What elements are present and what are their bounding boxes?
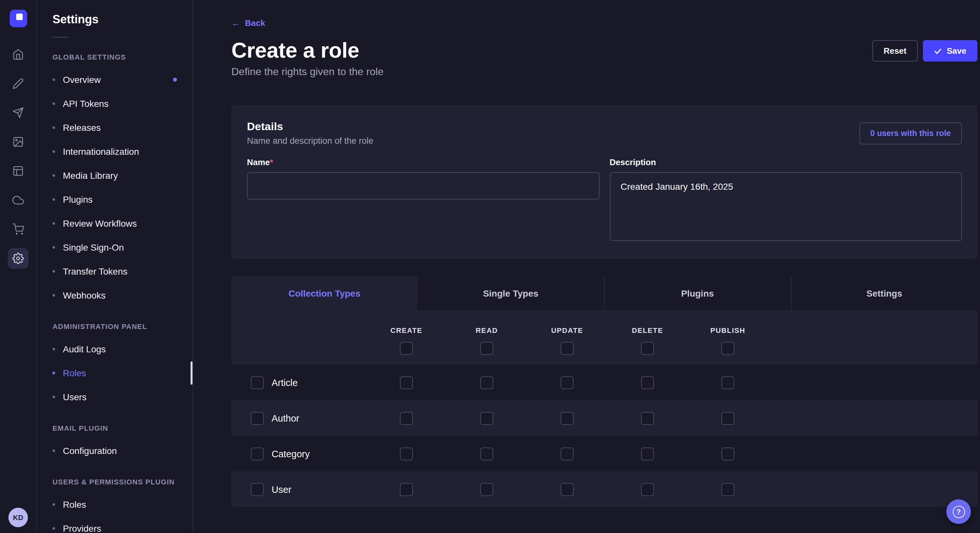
- checkbox-article-read[interactable]: [480, 376, 493, 389]
- sidebar-item-label: Webhooks: [63, 290, 106, 300]
- checkbox-row-article[interactable]: [251, 376, 264, 389]
- checkbox-select-all-publish[interactable]: [721, 342, 734, 355]
- settings-gear-icon: [12, 252, 24, 264]
- checkbox-row-user[interactable]: [251, 483, 264, 496]
- bullet-icon: [52, 347, 55, 350]
- sidebar-item-releases[interactable]: Releases: [37, 115, 192, 139]
- rail-item-settings[interactable]: [8, 248, 29, 269]
- rail-item-marketplace[interactable]: [8, 219, 29, 240]
- tab-collection-types[interactable]: Collection Types: [231, 276, 418, 310]
- sidebar-item-providers[interactable]: Providers: [37, 516, 192, 533]
- checkbox-user-publish[interactable]: [721, 483, 734, 496]
- tab-plugins[interactable]: Plugins: [604, 276, 791, 310]
- sidebar-item-api-tokens[interactable]: API Tokens: [37, 91, 192, 115]
- save-label: Save: [947, 46, 966, 56]
- checkbox-category-delete[interactable]: [641, 447, 654, 460]
- sidebar-item-label: Media Library: [63, 170, 118, 180]
- save-button[interactable]: Save: [923, 40, 977, 62]
- checkbox-author-delete[interactable]: [641, 412, 654, 425]
- rail-item-content-manager[interactable]: [8, 160, 29, 181]
- sidebar-section-email-plugin: EMAIL PLUGIN Configuration: [37, 424, 192, 462]
- column-publish: PUBLISH: [688, 327, 768, 355]
- settings-sidebar: Settings GLOBAL SETTINGS Overview API To…: [37, 0, 193, 533]
- checkbox-row-author[interactable]: [251, 412, 264, 425]
- sidebar-item-transfer-tokens[interactable]: Transfer Tokens: [37, 259, 192, 283]
- content-manager-icon: [12, 165, 24, 177]
- checkbox-select-all-update[interactable]: [561, 342, 574, 355]
- sidebar-item-label: API Tokens: [63, 98, 108, 108]
- section-label: USERS & PERMISSIONS PLUGIN: [52, 478, 177, 486]
- checkbox-article-publish[interactable]: [721, 376, 734, 389]
- checkbox-row-category[interactable]: [251, 447, 264, 460]
- sidebar-item-configuration[interactable]: Configuration: [37, 438, 192, 462]
- checkbox-select-all-create[interactable]: [400, 342, 413, 355]
- sidebar-item-audit-logs[interactable]: Audit Logs: [37, 337, 192, 361]
- bullet-icon: [52, 174, 55, 176]
- checkbox-user-read[interactable]: [480, 483, 493, 496]
- rail-item-media-library[interactable]: [8, 132, 29, 152]
- bullet-icon: [52, 150, 55, 152]
- checkbox-user-delete[interactable]: [641, 483, 654, 496]
- checkbox-select-all-delete[interactable]: [641, 342, 654, 355]
- header-spacer: [231, 327, 366, 355]
- sidebar-item-label: Releases: [63, 122, 101, 132]
- checkbox-category-update[interactable]: [561, 447, 574, 460]
- permission-row-category: Category: [231, 436, 977, 471]
- sidebar-title: Settings: [37, 13, 192, 27]
- users-with-role-button[interactable]: 0 users with this role: [859, 122, 962, 144]
- reset-button[interactable]: Reset: [872, 40, 918, 62]
- bullet-icon: [52, 126, 55, 128]
- sidebar-item-internationalization[interactable]: Internationalization: [37, 139, 192, 163]
- bullet-icon: [52, 371, 55, 374]
- sidebar-item-roles-admin[interactable]: Roles: [37, 361, 192, 385]
- strapi-admin-app: KD Settings GLOBAL SETTINGS Overview API…: [0, 0, 980, 533]
- required-asterisk: *: [270, 157, 273, 167]
- description-label: Description: [609, 157, 962, 167]
- tab-single-types[interactable]: Single Types: [418, 276, 604, 310]
- checkbox-category-create[interactable]: [400, 447, 413, 460]
- paper-plane-icon: [12, 107, 24, 119]
- tab-settings[interactable]: Settings: [791, 276, 978, 310]
- sidebar-item-single-sign-on[interactable]: Single Sign-On: [37, 235, 192, 259]
- details-subtitle: Name and description of the role: [247, 136, 373, 146]
- sidebar-item-webhooks[interactable]: Webhooks: [37, 283, 192, 307]
- checkbox-article-create[interactable]: [400, 376, 413, 389]
- rail-item-content-builder[interactable]: [8, 73, 29, 94]
- checkbox-article-delete[interactable]: [641, 376, 654, 389]
- sidebar-item-users[interactable]: Users: [37, 385, 192, 409]
- description-textarea[interactable]: Created January 16th, 2025: [609, 172, 962, 241]
- permissions-section: Collection Types Single Types Plugins Se…: [231, 276, 977, 507]
- checkbox-select-all-read[interactable]: [480, 342, 493, 355]
- bullet-icon: [52, 527, 55, 530]
- checkbox-author-publish[interactable]: [721, 412, 734, 425]
- checkbox-author-update[interactable]: [561, 412, 574, 425]
- checkbox-category-read[interactable]: [480, 447, 493, 460]
- strapi-logo[interactable]: [10, 10, 27, 27]
- sidebar-item-plugins[interactable]: Plugins: [37, 187, 192, 211]
- checkbox-author-read[interactable]: [480, 412, 493, 425]
- checkbox-category-publish[interactable]: [721, 447, 734, 460]
- sidebar-item-review-workflows[interactable]: Review Workflows: [37, 211, 192, 235]
- media-library-icon: [12, 136, 24, 148]
- pen-icon: [12, 78, 24, 89]
- checkbox-author-create[interactable]: [400, 412, 413, 425]
- checkbox-user-create[interactable]: [400, 483, 413, 496]
- bullet-icon: [52, 270, 55, 272]
- help-button[interactable]: ?: [946, 499, 971, 524]
- user-avatar[interactable]: KD: [8, 508, 28, 527]
- name-input[interactable]: [247, 172, 599, 200]
- sidebar-item-media-library[interactable]: Media Library: [37, 163, 192, 187]
- sidebar-item-roles-up[interactable]: Roles: [37, 492, 192, 516]
- name-label: Name*: [247, 157, 599, 167]
- back-link[interactable]: ← Back: [231, 18, 265, 28]
- checkbox-user-update[interactable]: [561, 483, 574, 496]
- rail-item-cloud[interactable]: [8, 190, 29, 211]
- sidebar-item-overview[interactable]: Overview: [37, 67, 192, 91]
- rail-item-deploy[interactable]: [8, 102, 29, 123]
- row-label: Article: [272, 377, 298, 388]
- bullet-icon: [52, 198, 55, 200]
- checkbox-article-update[interactable]: [561, 376, 574, 389]
- sidebar-section-users-permissions-plugin: USERS & PERMISSIONS PLUGIN Roles Provide…: [37, 478, 192, 533]
- column-create: CREATE: [366, 327, 447, 355]
- rail-item-home[interactable]: [8, 44, 29, 65]
